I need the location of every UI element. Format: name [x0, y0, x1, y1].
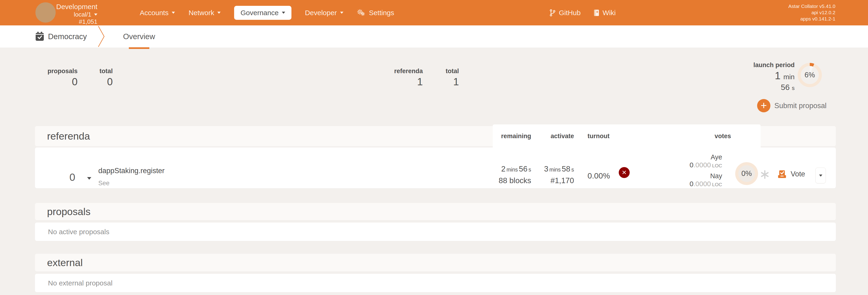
aye-value: 0.0000LOC: [689, 161, 722, 170]
ballot-box-icon: [778, 170, 786, 178]
api-version: api v12.0.2: [788, 9, 835, 16]
aye-label: Aye: [689, 153, 722, 161]
col-header-votes: votes: [714, 126, 731, 146]
chevron-separator-icon: [97, 25, 105, 48]
proposals-table-header: proposals: [35, 203, 836, 220]
nav-governance[interactable]: Governance: [234, 6, 291, 20]
external-empty-row: No external proposal: [35, 274, 836, 292]
nav-developer[interactable]: Developer: [305, 9, 343, 17]
plus-icon: +: [757, 99, 770, 112]
submit-proposal-button[interactable]: + Submit proposal: [757, 99, 827, 112]
proposals-table: proposals No active proposals: [35, 203, 836, 241]
nav-settings[interactable]: Settings: [357, 9, 394, 17]
vote-button[interactable]: Vote: [778, 170, 805, 178]
nay-value: 0.0000LOC: [689, 180, 722, 188]
nay-label: Nay: [689, 172, 722, 180]
network-name: Development: [56, 3, 97, 11]
version-info: Astar Collator v5.41.0 api v12.0.2 apps …: [788, 3, 835, 22]
expand-row-button[interactable]: [87, 176, 91, 181]
referenda-table-header: referenda remaining activate turnout vot…: [35, 126, 836, 146]
book-icon: [594, 9, 599, 16]
vote-options-dropdown[interactable]: [815, 168, 826, 183]
stat-proposals-total: total 0: [99, 67, 113, 87]
section-title-referenda: referenda: [47, 126, 90, 146]
github-link[interactable]: GitHub: [549, 9, 581, 17]
col-header-turnout: turnout: [588, 126, 610, 146]
referendum-description: See: [98, 180, 110, 187]
tab-overview[interactable]: Overview: [125, 25, 154, 48]
calendar-check-icon: [35, 32, 44, 42]
launch-period-progress-ring: 6%: [798, 63, 822, 87]
network-selector[interactable]: Development local/1 #1,051: [51, 3, 97, 25]
failing-status-icon: ×: [619, 167, 630, 178]
stat-referenda: referenda 1: [394, 67, 423, 87]
referendum-row: 0 dappStaking.register See 2 mins 56 s 8…: [35, 148, 836, 188]
col-header-remaining: remaining: [501, 126, 531, 146]
section-title-external: external: [47, 254, 83, 271]
chevron-down-icon: [94, 13, 97, 16]
section-title-proposals: proposals: [47, 203, 90, 220]
gears-icon: [357, 9, 366, 17]
approval-progress-ring: 0%: [735, 162, 758, 185]
nav-network[interactable]: Network: [188, 9, 221, 17]
chevron-down-icon: [282, 12, 285, 14]
wiki-link[interactable]: Wiki: [594, 9, 616, 17]
stat-referenda-total: total 1: [446, 67, 459, 87]
proposals-empty-row: No active proposals: [35, 223, 836, 241]
breadcrumb: Democracy: [48, 25, 87, 48]
stat-proposals: proposals 0: [48, 67, 78, 87]
active-tab-underline: [129, 47, 149, 49]
nav-accounts[interactable]: Accounts: [140, 9, 175, 17]
cell-turnout: 0.00%: [588, 171, 610, 180]
chevron-down-icon: [819, 175, 822, 177]
chevron-down-icon: [217, 12, 221, 14]
chevron-down-icon: [87, 177, 91, 180]
stat-launch-period: launch period 1 min 56 s: [753, 61, 795, 93]
referendum-method: dappStaking.register: [98, 167, 164, 175]
external-links: GitHub Wiki: [549, 0, 616, 25]
top-bar: Development local/1 #1,051 Accounts Netw…: [0, 0, 868, 25]
referendum-id: 0: [69, 171, 75, 183]
node-version: Astar Collator v5.41.0: [788, 3, 835, 9]
code-branch-icon: [549, 9, 556, 17]
chevron-down-icon: [172, 12, 175, 14]
main-nav: Accounts Network Governance Developer: [140, 0, 394, 25]
cell-remaining: 2 mins 56 s 88 blocks: [499, 164, 531, 186]
external-table: external No external proposal: [35, 254, 836, 292]
approval-percent: 0%: [742, 169, 752, 178]
cell-activate: 3 mins 58 s #1,170: [544, 164, 574, 186]
apps-version: apps v0.141.2-1: [788, 16, 835, 22]
chevron-down-icon: [340, 12, 343, 14]
network-chain: local/1: [74, 11, 91, 18]
cell-votes: Aye 0.0000LOC Nay 0.0000LOC: [689, 153, 722, 188]
external-table-header: external: [35, 254, 836, 271]
launch-period-percent: 6%: [805, 71, 815, 79]
asterisk-icon: [760, 170, 770, 179]
col-header-activate: activate: [551, 126, 574, 146]
democracy-overview-page: Development local/1 #1,051 Accounts Netw…: [0, 0, 868, 295]
best-block-number: #1,051: [79, 18, 97, 25]
referenda-table: referenda remaining activate turnout vot…: [35, 126, 836, 188]
breadcrumb-bar: Democracy Overview: [0, 25, 868, 48]
